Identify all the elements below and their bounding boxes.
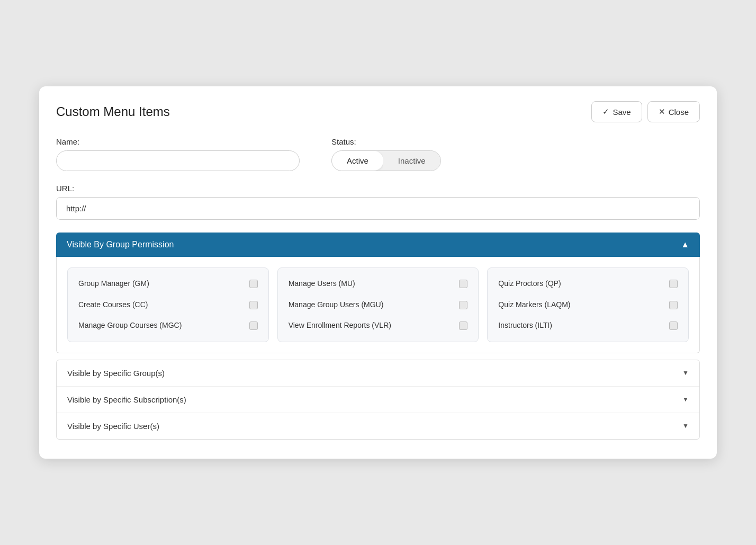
permission-grid: Group Manager (GM) Create Courses (CC) M… [67,267,689,342]
permission-label-qp: Quiz Proctors (QP) [498,279,663,289]
close-icon: ✕ [659,107,665,117]
url-label: URL: [56,184,700,193]
permission-item-qp: Quiz Proctors (QP) [498,279,678,289]
permission-checkbox-cc[interactable] [249,301,258,309]
permission-checkbox-ilti[interactable] [669,321,678,330]
name-label: Name: [56,137,300,146]
status-group: Status: Active Inactive [331,137,700,171]
close-label: Close [669,108,689,117]
chevron-down-icon-groups: ▼ [682,369,689,377]
collapse-sections: Visible by Specific Group(s) ▼ Visible b… [56,360,700,440]
permission-checkbox-vlr[interactable] [459,321,467,330]
permission-checkbox-mgc[interactable] [249,321,258,330]
modal-container: Custom Menu Items ✓ Save ✕ Close Name: S… [39,86,717,459]
status-toggle: Active Inactive [331,150,441,171]
permission-label-cc: Create Courses (CC) [78,300,243,310]
permission-label-mgc: Manage Group Courses (MGC) [78,320,243,331]
permission-checkbox-laqm[interactable] [669,301,678,309]
permission-checkbox-gm[interactable] [249,280,258,288]
permission-item-ilti: Instructors (ILTI) [498,320,678,331]
collapse-label-groups: Visible by Specific Group(s) [67,369,165,378]
name-group: Name: [56,137,300,171]
permission-checkbox-qp[interactable] [669,280,678,288]
header-buttons: ✓ Save ✕ Close [591,101,700,122]
collapse-label-subscriptions: Visible by Specific Subscription(s) [67,395,186,404]
permission-item-vlr: View Enrollment Reports (VLR) [289,320,468,331]
collapse-header-subscriptions[interactable]: Visible by Specific Subscription(s) ▼ [57,387,699,413]
group-permission-header[interactable]: Visible By Group Permission ▲ [56,233,700,257]
url-group: URL: [56,184,700,220]
collapse-header-groups[interactable]: Visible by Specific Group(s) ▼ [57,360,699,387]
permission-item-gm: Group Manager (GM) [78,279,258,289]
permission-item-mgc: Manage Group Courses (MGC) [78,320,258,331]
permission-card-3: Quiz Proctors (QP) Quiz Markers (LAQM) I… [487,267,689,342]
status-label: Status: [331,137,700,146]
group-permission-collapse-icon: ▲ [681,240,689,249]
permission-card-1: Group Manager (GM) Create Courses (CC) M… [67,267,269,342]
permission-label-laqm: Quiz Markers (LAQM) [498,300,663,310]
group-permission-section: Visible By Group Permission ▲ Group Mana… [56,233,700,353]
permission-label-ilti: Instructors (ILTI) [498,320,663,331]
permission-checkbox-mgu[interactable] [459,301,467,309]
save-label: Save [613,108,631,117]
collapse-header-users[interactable]: Visible by Specific User(s) ▼ [57,413,699,439]
permission-label-mgu: Manage Group Users (MGU) [289,300,453,310]
name-status-row: Name: Status: Active Inactive [56,137,700,171]
status-active-button[interactable]: Active [332,151,383,171]
permission-checkbox-mu[interactable] [459,280,467,288]
chevron-down-icon-subscriptions: ▼ [682,396,689,403]
collapse-label-users: Visible by Specific User(s) [67,422,159,431]
status-inactive-button[interactable]: Inactive [383,151,440,171]
name-input[interactable] [56,150,300,171]
close-button[interactable]: ✕ Close [647,101,700,122]
permission-item-laqm: Quiz Markers (LAQM) [498,300,678,310]
url-input[interactable] [56,197,700,220]
save-button[interactable]: ✓ Save [591,101,642,122]
group-permission-content: Group Manager (GM) Create Courses (CC) M… [56,257,700,353]
save-icon: ✓ [602,107,609,117]
permission-item-mu: Manage Users (MU) [289,279,468,289]
permission-label-mu: Manage Users (MU) [289,279,453,289]
permission-label-vlr: View Enrollment Reports (VLR) [289,320,453,331]
modal-header: Custom Menu Items ✓ Save ✕ Close [56,101,700,122]
permission-item-cc: Create Courses (CC) [78,300,258,310]
group-permission-title: Visible By Group Permission [67,240,174,249]
modal-title: Custom Menu Items [56,104,170,119]
chevron-down-icon-users: ▼ [682,422,689,430]
permission-label-gm: Group Manager (GM) [78,279,243,289]
permission-item-mgu: Manage Group Users (MGU) [289,300,468,310]
permission-card-2: Manage Users (MU) Manage Group Users (MG… [277,267,479,342]
